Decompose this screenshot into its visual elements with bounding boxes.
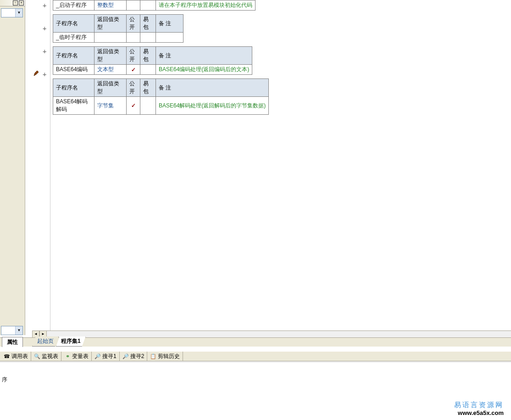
toolbar-label: 搜寻1 — [102, 353, 117, 360]
col-header-note: 备 注 — [156, 47, 252, 65]
properties-tab[interactable]: 属性 — [2, 337, 23, 347]
col-header-public: 公开 — [127, 79, 140, 97]
public-cell[interactable]: ✓ — [127, 97, 140, 115]
toolbar-label: 搜寻2 — [130, 353, 144, 360]
pkg-cell[interactable] — [140, 97, 156, 115]
col-header-name: 子程序名 — [53, 15, 94, 33]
code-editor[interactable]: _启动子程序 整数型 请在本子程序中放置易模块初始化代码 子程序名 返回值类型 … — [50, 0, 511, 330]
tab-bar: 属性 起始页 程序集1 — [0, 337, 511, 347]
find-icon: 🔎 — [94, 353, 101, 359]
pkg-cell[interactable] — [140, 0, 156, 11]
note-cell[interactable]: BASE64解码处理(返回解码后的字节集数据) — [156, 97, 269, 115]
col-header-note: 备 注 — [156, 79, 269, 97]
expand-icon[interactable]: + — [43, 25, 46, 32]
expand-icon[interactable]: + — [43, 2, 46, 9]
search1-button[interactable]: 🔎 搜寻1 — [92, 352, 120, 361]
expand-icon[interactable]: + — [43, 71, 46, 78]
toolbar-label: 剪辑历史 — [158, 353, 180, 360]
col-header-note: 备 注 — [156, 15, 183, 33]
watermark-en: www.e5a5x.com — [454, 409, 504, 416]
table-row[interactable]: _临时子程序 — [53, 33, 183, 43]
vartable-button[interactable]: ⚭ 变量表 — [61, 352, 92, 361]
expand-icon[interactable]: + — [43, 48, 46, 55]
subroutine-table: 子程序名 返回值类型 公开 易包 备 注 BASE64解码解码 字节集 ✓ BA… — [53, 78, 269, 115]
sub-name-cell[interactable]: BASE64编码 — [53, 65, 94, 75]
phone-icon: ☎ — [4, 353, 10, 359]
clipboard-icon: 📋 — [150, 353, 156, 359]
table-header-row: 子程序名 返回值类型 公开 易包 备 注 — [53, 79, 269, 97]
properties-panel: ▫ × ▼ ▼ — [0, 0, 25, 335]
toolbar-label: 监视表 — [42, 353, 58, 360]
status-text: 序 — [2, 376, 7, 383]
return-type-cell[interactable]: 整数型 — [94, 0, 127, 11]
output-panel: 序 — [0, 362, 511, 389]
table-header-row: 子程序名 返回值类型 公开 易包 备 注 — [53, 15, 183, 33]
panel-header: ▫ × — [0, 0, 25, 6]
tab-startpage[interactable]: 起始页 — [32, 336, 59, 347]
tab-programset1[interactable]: 程序集1 — [56, 336, 86, 347]
property-scroll-combo[interactable]: ▼ — [1, 326, 23, 335]
property-combo[interactable]: ▼ — [1, 8, 23, 17]
table-row[interactable]: _启动子程序 整数型 请在本子程序中放置易模块初始化代码 — [53, 0, 256, 11]
chevron-down-icon[interactable]: ▼ — [15, 326, 22, 335]
col-header-rtype: 返回值类型 — [94, 47, 127, 65]
close-icon[interactable]: × — [19, 0, 24, 6]
toolbar-label: 调用表 — [11, 353, 28, 360]
horizontal-scrollbar[interactable]: ◄ ► — [32, 330, 511, 338]
variable-icon: ⚭ — [64, 353, 71, 359]
cliphistory-button[interactable]: 📋 剪辑历史 — [147, 352, 183, 361]
subroutine-table: _启动子程序 整数型 请在本子程序中放置易模块初始化代码 — [53, 0, 256, 11]
sub-name-cell[interactable]: _启动子程序 — [53, 0, 94, 11]
table-row[interactable]: BASE64解码解码 字节集 ✓ BASE64解码处理(返回解码后的字节集数据) — [53, 97, 269, 115]
col-header-public: 公开 — [127, 15, 140, 33]
note-cell[interactable] — [156, 33, 183, 43]
table-row[interactable]: BASE64编码 文本型 ✓ BASE64编码处理(返回编码后的文本) — [53, 65, 252, 75]
search2-button[interactable]: 🔎 搜寻2 — [120, 352, 148, 361]
return-type-cell[interactable]: 字节集 — [94, 97, 127, 115]
bottom-toolbar: ☎ 调用表 🔍 监视表 ⚭ 变量表 🔎 搜寻1 🔎 搜寻2 📋 剪辑历史 — [0, 351, 511, 361]
pkg-cell[interactable] — [140, 33, 156, 43]
chevron-down-icon[interactable]: ▼ — [15, 9, 22, 17]
watermark-cn: 易语言资源网 — [454, 401, 504, 409]
toolbar-label: 变量表 — [72, 353, 89, 360]
sub-name-cell[interactable]: _临时子程序 — [53, 33, 94, 43]
table-header-row: 子程序名 返回值类型 公开 易包 备 注 — [53, 47, 252, 65]
col-header-pkg: 易包 — [140, 79, 156, 97]
col-header-pkg: 易包 — [140, 15, 156, 33]
edit-pencil-icon — [33, 71, 39, 76]
editor-gutter: + + + + — [25, 0, 50, 330]
sub-name-cell[interactable]: BASE64解码解码 — [53, 97, 94, 115]
col-header-name: 子程序名 — [53, 47, 94, 65]
editor-tabs: 起始页 程序集1 — [32, 336, 83, 347]
col-header-public: 公开 — [127, 47, 140, 65]
watermark: 易语言资源网 www.e5a5x.com — [454, 401, 504, 416]
minimize-icon[interactable]: ▫ — [13, 0, 18, 6]
public-cell[interactable]: ✓ — [127, 65, 140, 75]
col-header-pkg: 易包 — [140, 47, 156, 65]
col-header-name: 子程序名 — [53, 79, 94, 97]
find-icon: 🔎 — [122, 353, 129, 359]
return-type-cell[interactable] — [94, 33, 127, 43]
col-header-rtype: 返回值类型 — [94, 15, 127, 33]
scroll-track[interactable] — [47, 330, 511, 338]
subroutine-table: 子程序名 返回值类型 公开 易包 备 注 BASE64编码 文本型 ✓ BASE… — [53, 46, 252, 75]
col-header-rtype: 返回值类型 — [94, 79, 127, 97]
public-cell[interactable] — [127, 0, 140, 11]
note-cell[interactable]: 请在本子程序中放置易模块初始化代码 — [156, 0, 256, 11]
search-icon: 🔍 — [34, 353, 40, 359]
watchtable-button[interactable]: 🔍 监视表 — [31, 352, 61, 361]
return-type-cell[interactable]: 文本型 — [94, 65, 127, 75]
public-cell[interactable] — [127, 33, 140, 43]
pkg-cell[interactable] — [140, 65, 156, 75]
subroutine-table: 子程序名 返回值类型 公开 易包 备 注 _临时子程序 — [53, 14, 183, 43]
calltable-button[interactable]: ☎ 调用表 — [1, 352, 31, 361]
note-cell[interactable]: BASE64编码处理(返回编码后的文本) — [156, 65, 252, 75]
